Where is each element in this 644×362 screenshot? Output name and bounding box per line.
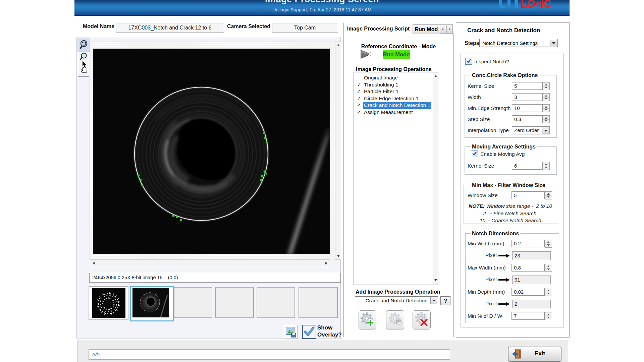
svg-text:LO<IC: LO<IC xyxy=(521,0,551,9)
